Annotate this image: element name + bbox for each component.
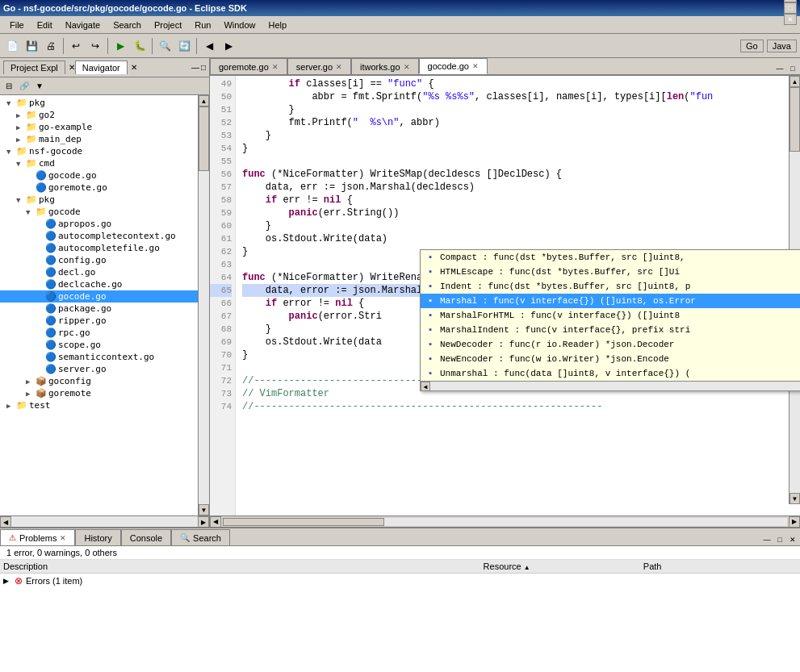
sidebar-hscroll-right[interactable]: ▶ xyxy=(198,516,209,528)
tree-item-go-example[interactable]: ▶ 📁 go-example xyxy=(0,121,198,133)
tree-item-pkg[interactable]: ▼ 📁 pkg xyxy=(0,97,198,109)
sidebar-tab-project[interactable]: Project Expl xyxy=(3,61,65,74)
tree-item-config[interactable]: 🔵 config.go xyxy=(0,254,198,266)
collapse-all-button[interactable]: ⊟ xyxy=(2,79,16,94)
redo-button[interactable]: ↪ xyxy=(86,37,104,55)
sidebar-scroll-up[interactable]: ▲ xyxy=(199,95,209,106)
bottom-max-button[interactable]: □ xyxy=(774,534,785,545)
menu-navigate[interactable]: Navigate xyxy=(59,19,107,31)
java-badge[interactable]: Java xyxy=(767,40,797,52)
tab-itworks[interactable]: itworks.go ✕ xyxy=(351,58,419,74)
sidebar-scroll-down[interactable]: ▼ xyxy=(199,504,209,515)
sidebar-minimize-icon[interactable]: — xyxy=(191,63,199,72)
tree-item-nsf-gocode[interactable]: ▼ 📁 nsf-gocode xyxy=(0,145,198,157)
tab-goremote[interactable]: goremote.go ✕ xyxy=(210,58,287,74)
tree-item-gocode-folder[interactable]: ▼ 📁 gocode xyxy=(0,206,198,218)
editor-scroll-up-btn[interactable]: ▲ xyxy=(790,76,800,87)
navigator-close-icon[interactable]: ✕ xyxy=(131,63,137,72)
tab-gocode[interactable]: gocode.go ✕ xyxy=(419,58,488,74)
run-button[interactable]: ▶ xyxy=(111,37,129,55)
tab-search[interactable]: 🔍 Search xyxy=(171,529,230,545)
menu-file[interactable]: File xyxy=(3,19,31,31)
tree-item-goconfig[interactable]: ▶ 📦 goconfig xyxy=(0,375,198,387)
editor-hscroll-thumb[interactable] xyxy=(223,518,384,526)
link-editor-button[interactable]: 🔗 xyxy=(17,79,31,94)
sidebar-scroll-thumb[interactable] xyxy=(199,106,209,171)
error-item-errors[interactable]: ▶ ⊗ Errors (1 item) xyxy=(0,574,480,588)
menu-project[interactable]: Project xyxy=(148,19,188,31)
tab-close-itworks[interactable]: ✕ xyxy=(404,63,410,71)
search-toolbar-button[interactable]: 🔍 xyxy=(156,37,174,55)
editor-max-button[interactable]: □ xyxy=(787,63,798,74)
refresh-button[interactable]: 🔄 xyxy=(175,37,193,55)
ac-item-marshalhtml[interactable]: ▪ MarshalForHTML : func(v interface{}) (… xyxy=(421,308,800,323)
error-expand-icon[interactable]: ▶ xyxy=(3,577,11,585)
tab-server[interactable]: server.go ✕ xyxy=(287,58,351,74)
ac-item-compact[interactable]: ▪ Compact : func(dst *bytes.Buffer, src … xyxy=(421,250,800,265)
tree-item-autocompletecontext[interactable]: 🔵 autocompletecontext.go xyxy=(0,230,198,242)
menu-help[interactable]: Help xyxy=(262,19,294,31)
sidebar-hscroll-left[interactable]: ◀ xyxy=(0,516,11,528)
tree-item-pkg2[interactable]: ▼ 📁 pkg xyxy=(0,194,198,206)
sidebar-close-icon[interactable]: ✕ xyxy=(69,63,75,72)
print-button[interactable]: 🖨 xyxy=(42,37,60,55)
ac-item-htmlescape[interactable]: ▪ HTMLEscape : func(dst *bytes.Buffer, s… xyxy=(421,265,800,279)
ac-item-unmarshal[interactable]: ▪ Unmarshal : func(data []uint8, v inter… xyxy=(421,366,800,381)
tree-item-semanticcontext[interactable]: 🔵 semanticcontext.go xyxy=(0,351,198,363)
go-badge[interactable]: Go xyxy=(740,40,764,52)
editor-hscroll-left-btn[interactable]: ◀ xyxy=(210,516,221,528)
close-button[interactable]: × xyxy=(784,14,797,25)
sidebar-menu-button[interactable]: ▼ xyxy=(32,79,47,94)
tree-item-test[interactable]: ▶ 📁 test xyxy=(0,399,198,411)
new-button[interactable]: 📄 xyxy=(3,37,21,55)
editor-hscroll-right-btn[interactable]: ▶ xyxy=(789,516,800,528)
next-button[interactable]: ▶ xyxy=(220,37,237,55)
tree-item-cmd[interactable]: ▼ 📁 cmd xyxy=(0,157,198,169)
sidebar-tab-navigator[interactable]: Navigator xyxy=(75,61,128,74)
ac-item-newdecoder[interactable]: ▪ NewDecoder : func(r io.Reader) *json.D… xyxy=(421,337,800,352)
save-button[interactable]: 💾 xyxy=(23,37,40,55)
tab-problems[interactable]: ⚠ Problems ✕ xyxy=(0,529,75,545)
tree-item-ripper[interactable]: 🔵 ripper.go xyxy=(0,315,198,327)
menu-window[interactable]: Window xyxy=(217,19,262,31)
bottom-min-button[interactable]: — xyxy=(761,534,773,545)
menu-search[interactable]: Search xyxy=(107,19,148,31)
undo-button[interactable]: ↩ xyxy=(67,37,85,55)
col-description[interactable]: Description xyxy=(0,560,480,574)
tree-item-apropos[interactable]: 🔵 apropos.go xyxy=(0,218,198,230)
tab-close-problems[interactable]: ✕ xyxy=(60,534,66,542)
ac-hscroll-left-btn[interactable]: ◀ xyxy=(421,382,430,391)
menu-run[interactable]: Run xyxy=(188,19,217,31)
table-row-errors[interactable]: ▶ ⊗ Errors (1 item) xyxy=(0,574,800,589)
tree-item-main-dep[interactable]: ▶ 📁 main_dep xyxy=(0,133,198,145)
tree-item-rpc[interactable]: 🔵 rpc.go xyxy=(0,327,198,339)
tab-close-server[interactable]: ✕ xyxy=(336,63,342,71)
tab-history[interactable]: History xyxy=(75,529,120,545)
ac-item-indent[interactable]: ▪ Indent : func(dst *bytes.Buffer, src [… xyxy=(421,279,800,294)
ac-item-newencoder[interactable]: ▪ NewEncoder : func(w io.Writer) *json.E… xyxy=(421,352,800,366)
sidebar-maximize-icon[interactable]: □ xyxy=(201,63,206,72)
maximize-button[interactable]: □ xyxy=(784,2,797,14)
debug-button[interactable]: 🐛 xyxy=(131,37,149,55)
tree-item-decl[interactable]: 🔵 decl.go xyxy=(0,266,198,278)
menu-edit[interactable]: Edit xyxy=(31,19,59,31)
editor-min-button[interactable]: — xyxy=(774,63,785,74)
tree-item-server[interactable]: 🔵 server.go xyxy=(0,363,198,375)
tree-item-go2[interactable]: ▶ 📁 go2 xyxy=(0,109,198,121)
tree-item-cmd-goremote[interactable]: 🔵 goremote.go xyxy=(0,182,198,194)
tab-close-gocode[interactable]: ✕ xyxy=(472,62,479,70)
editor-scroll-down-btn[interactable]: ▼ xyxy=(790,493,800,504)
tree-item-cmd-gocode[interactable]: 🔵 gocode.go xyxy=(0,169,198,182)
prev-button[interactable]: ◀ xyxy=(200,37,218,55)
tree-item-declcache[interactable]: 🔵 declcache.go xyxy=(0,278,198,290)
tree-item-goremote[interactable]: ▶ 📦 goremote xyxy=(0,387,198,399)
bottom-close-button[interactable]: ✕ xyxy=(787,534,798,545)
editor-scroll-thumb[interactable] xyxy=(790,87,800,152)
tab-close-goremote[interactable]: ✕ xyxy=(272,63,279,71)
col-resource[interactable]: Resource ▲ xyxy=(480,560,640,574)
tree-item-scope[interactable]: 🔵 scope.go xyxy=(0,339,198,351)
tree-item-autocompletefile[interactable]: 🔵 autocompletefile.go xyxy=(0,242,198,254)
ac-item-marshalindent[interactable]: ▪ MarshalIndent : func(v interface{}, pr… xyxy=(421,323,800,337)
ac-item-marshal[interactable]: ▪ Marshal : func(v interface{}) ([]uint8… xyxy=(421,294,800,308)
tree-item-gocode-selected[interactable]: 🔵 gocode.go xyxy=(0,290,198,303)
